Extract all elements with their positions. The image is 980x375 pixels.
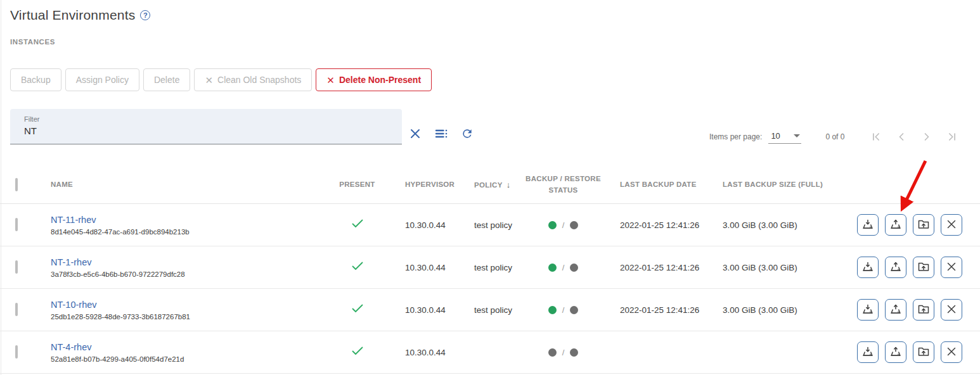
header-name[interactable]: NAME [35,179,333,190]
backup-icon [861,303,874,317]
header-last-backup-size[interactable]: LAST BACKUP SIZE (FULL) [711,179,831,190]
delete-action-button[interactable] [941,214,962,236]
restore-icon [889,218,902,232]
mount-file-restore-button[interactable] [913,299,934,321]
last-page-button[interactable] [945,129,960,144]
backup-restore-status: / [548,220,579,230]
restore-status-dot [570,221,578,229]
select-all-checkbox[interactable] [15,178,18,191]
backup-button[interactable]: Backup [10,68,61,91]
items-per-page-select[interactable]: 10 [768,130,801,144]
last-backup-size: 3.00 GiB (3.00 GiB) [723,263,797,272]
filter-input[interactable] [24,125,379,136]
hypervisor-link[interactable]: 10.30.0.44 [405,263,446,272]
close-icon [946,346,957,359]
policy-link[interactable]: test policy [474,305,512,315]
folder-upload-icon [917,345,930,360]
instance-name-link[interactable]: NT-4-rhev [51,342,333,352]
first-page-button[interactable] [868,129,884,144]
backup-icon [861,218,874,232]
header-policy[interactable]: POLICY↓ [463,179,524,191]
last-backup-size: 3.00 GiB (3.00 GiB) [723,305,797,315]
backup-status-dot [548,306,557,314]
table-header-row: NAME PRESENT HYPERVISOR POLICY↓ BACKUP /… [0,166,980,204]
column-list-icon[interactable] [434,126,449,141]
table-row: NT-11-rhev 8d14e045-4d82-47ac-a691-d9bc8… [0,204,980,246]
hypervisor-link[interactable]: 10.30.0.44 [405,348,446,357]
backup-restore-status: / [548,348,579,357]
policy-link[interactable]: test policy [474,220,512,230]
hypervisor-link[interactable]: 10.30.0.44 [405,305,446,315]
filter-label: Filter [24,115,39,123]
table-row: NT-10-rhev 25db1e28-5928-48de-9733-3b618… [0,289,980,331]
previous-page-button[interactable] [894,129,909,144]
sort-desc-icon: ↓ [506,180,511,189]
row-checkbox[interactable] [15,345,18,359]
delete-action-button[interactable] [941,299,962,321]
close-icon [946,261,957,274]
backup-action-button[interactable] [857,214,879,236]
instance-uuid: 25db1e28-5928-48de-9733-3b6187267b81 [51,313,333,321]
mount-file-restore-button[interactable] [913,214,934,236]
instance-uuid: 3a78f3cb-e5c6-4b6b-b670-9722279dfc28 [51,270,333,278]
x-icon: ✕ [205,75,213,85]
backup-status-dot [548,348,557,357]
last-backup-date: 2022-01-25 12:41:26 [620,263,699,272]
instance-name-link[interactable]: NT-1-rhev [51,257,333,267]
hypervisor-link[interactable]: 10.30.0.44 [405,220,446,230]
folder-upload-icon [917,260,930,275]
clean-old-snapshots-button[interactable]: ✕ Clean Old Snapshots [194,68,312,91]
help-icon[interactable]: ? [140,10,150,20]
restore-action-button[interactable] [885,257,906,278]
assign-policy-button[interactable]: Assign Policy [65,68,139,91]
restore-action-button[interactable] [885,299,906,321]
mount-file-restore-button[interactable] [913,341,934,363]
clear-filter-icon[interactable] [408,126,423,141]
folder-upload-icon [917,303,930,317]
restore-icon [889,345,902,360]
instance-name-link[interactable]: NT-10-rhev [51,300,333,310]
delete-button[interactable]: Delete [143,68,190,91]
page-title: Virtual Environments [10,8,135,23]
backup-restore-status: / [548,305,579,315]
row-checkbox[interactable] [15,303,18,316]
next-page-button[interactable] [919,129,934,144]
page-range-label: 0 of 0 [825,132,844,141]
page-header: Virtual Environments ? [10,8,150,23]
row-checkbox[interactable] [15,218,18,231]
header-present[interactable]: PRESENT [333,179,381,190]
instances-table: NAME PRESENT HYPERVISOR POLICY↓ BACKUP /… [0,166,980,374]
items-per-page-label: Items per page: [709,132,762,141]
close-icon [946,303,957,317]
delete-action-button[interactable] [941,341,962,363]
header-hypervisor[interactable]: HYPERVISOR [381,179,463,190]
delete-non-present-button[interactable]: ✕ Delete Non-Present [316,68,432,91]
folder-upload-icon [917,218,930,232]
status-slash: / [562,348,565,357]
refresh-icon[interactable] [460,126,475,141]
instance-name-link[interactable]: NT-11-rhev [51,215,333,225]
policy-link[interactable]: test policy [474,263,512,272]
close-icon [946,219,957,232]
section-label: INSTANCES [10,38,55,46]
present-check-icon [352,262,363,273]
table-row: NT-1-rhev 3a78f3cb-e5c6-4b6b-b670-972227… [0,246,980,289]
restore-status-dot [570,348,578,357]
mount-file-restore-button[interactable] [913,257,934,278]
restore-action-button[interactable] [885,214,906,236]
x-icon: ✕ [326,75,335,85]
restore-action-button[interactable] [885,341,906,363]
header-backup-restore-status[interactable]: BACKUP / RESTORE STATUS [524,174,603,196]
present-check-icon [352,219,363,231]
status-slash: / [562,220,565,230]
delete-action-button[interactable] [941,257,962,278]
backup-action-button[interactable] [857,257,879,278]
header-last-backup-date[interactable]: LAST BACKUP DATE [603,179,711,190]
table-body: NT-11-rhev 8d14e045-4d82-47ac-a691-d9bc8… [0,204,980,374]
status-slash: / [562,263,565,272]
backup-action-button[interactable] [857,341,879,363]
backup-status-dot [548,264,557,272]
row-checkbox[interactable] [15,260,18,274]
backup-action-button[interactable] [857,299,879,321]
filter-field[interactable]: Filter [10,109,402,144]
